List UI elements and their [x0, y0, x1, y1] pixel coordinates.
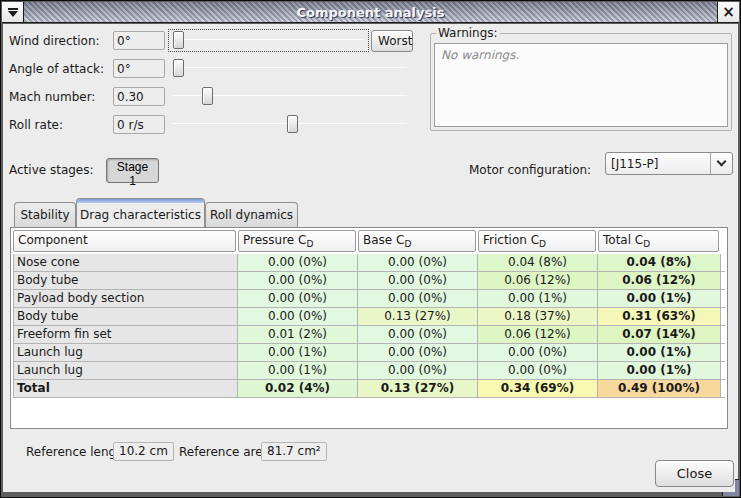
- window-close-button[interactable]: ×: [717, 2, 739, 22]
- component-cell: Payload body section: [13, 290, 238, 307]
- chevron-down-icon: [717, 157, 727, 167]
- value-cell: 0.00 (0%): [358, 362, 478, 379]
- titlebar[interactable]: Component analysis ×: [2, 2, 739, 23]
- motor-configuration-select[interactable]: [J115-P]: [605, 152, 733, 175]
- column-header-base-cd[interactable]: Base CD: [358, 230, 476, 252]
- column-header-component[interactable]: Component: [13, 230, 236, 252]
- component-cell: Body tube: [13, 272, 238, 289]
- value-cell: 0.00 (0%): [238, 272, 358, 289]
- tab-stability[interactable]: Stability: [14, 202, 76, 227]
- angle-of-attack-field[interactable]: [113, 59, 165, 78]
- warnings-title: Warnings:: [436, 26, 500, 40]
- value-cell: 0.01 (2%): [238, 326, 358, 343]
- column-header-pressure-cd[interactable]: Pressure CD: [238, 230, 356, 252]
- close-icon: ×: [722, 5, 735, 20]
- angle-of-attack-label: Angle of attack:: [9, 59, 104, 79]
- value-cell: 0.07 (14%): [598, 326, 721, 343]
- stage-toggle-button[interactable]: Stage 1: [106, 158, 159, 183]
- value-cell: 0.00 (0%): [478, 344, 598, 361]
- table-row[interactable]: Payload body section0.00 (0%)0.00 (0%)0.…: [13, 290, 725, 308]
- value-cell: 0.00 (1%): [238, 344, 358, 361]
- wind-direction-field[interactable]: [113, 31, 165, 50]
- warnings-message: No warnings.: [441, 48, 519, 62]
- value-cell: 0.49 (100%): [598, 380, 721, 397]
- table-row[interactable]: Freeform fin set0.01 (2%)0.00 (0%)0.06 (…: [13, 326, 725, 344]
- table-row[interactable]: Total0.02 (4%)0.13 (27%)0.34 (69%)0.49 (…: [13, 380, 725, 398]
- table-row[interactable]: Body tube0.00 (0%)0.13 (27%)0.18 (37%)0.…: [13, 308, 725, 326]
- reference-area-label: Reference area:: [179, 442, 274, 462]
- component-cell: Body tube: [13, 308, 238, 325]
- drag-table-body: Nose cone0.00 (0%)0.00 (0%)0.04 (8%)0.04…: [13, 254, 725, 398]
- column-header-friction-cd[interactable]: Friction CD: [478, 230, 596, 252]
- close-button[interactable]: Close: [655, 460, 734, 487]
- mach-number-field[interactable]: [113, 87, 165, 106]
- value-cell: 0.13 (27%): [358, 380, 478, 397]
- value-cell: 0.06 (12%): [478, 326, 598, 343]
- header-label: Component: [18, 233, 88, 247]
- table-row[interactable]: Nose cone0.00 (0%)0.00 (0%)0.04 (8%)0.04…: [13, 254, 725, 272]
- component-cell: Launch lug: [13, 362, 238, 379]
- motor-configuration-value: [J115-P]: [606, 157, 710, 171]
- roll-rate-slider[interactable]: [169, 114, 411, 135]
- active-stages-label: Active stages:: [9, 160, 94, 180]
- slider-thumb[interactable]: [287, 115, 298, 133]
- window-menu-button[interactable]: [2, 2, 24, 22]
- value-cell: 0.13 (27%): [358, 308, 478, 325]
- value-cell: 0.00 (0%): [358, 254, 478, 271]
- slider-thumb[interactable]: [173, 31, 184, 49]
- roll-rate-field[interactable]: [113, 115, 165, 134]
- header-subscript: D: [306, 239, 313, 249]
- value-cell: 0.00 (0%): [358, 272, 478, 289]
- value-cell: 0.00 (0%): [478, 362, 598, 379]
- table-row[interactable]: Launch lug0.00 (1%)0.00 (0%)0.00 (0%)0.0…: [13, 362, 725, 380]
- component-cell: Total: [13, 380, 238, 397]
- slider-track: [173, 67, 407, 68]
- value-cell: 0.00 (0%): [358, 290, 478, 307]
- reference-area-value: 81.7 cm²: [261, 442, 327, 461]
- window-menu-icon: [8, 8, 18, 17]
- value-cell: 0.06 (12%): [598, 272, 721, 289]
- value-cell: 0.04 (8%): [478, 254, 598, 271]
- dialog-body: Wind direction: Angle of attack: Mach nu…: [3, 24, 738, 492]
- tab-drag-characteristics[interactable]: Drag characteristics: [76, 198, 205, 227]
- tab-roll-dynamics[interactable]: Roll dynamics: [205, 202, 298, 227]
- drag-table-header: Component Pressure CD Base CD Friction C…: [13, 230, 725, 254]
- slider-thumb[interactable]: [202, 87, 213, 105]
- mach-number-slider[interactable]: [169, 86, 411, 107]
- tab-label: Stability: [20, 208, 69, 222]
- value-cell: 0.02 (4%): [238, 380, 358, 397]
- component-cell: Launch lug: [13, 344, 238, 361]
- header-subscript: D: [539, 239, 546, 249]
- column-header-total-cd[interactable]: Total CD: [598, 230, 719, 252]
- tab-label: Roll dynamics: [210, 208, 293, 222]
- component-analysis-dialog: Component analysis × Wind direction: Ang…: [0, 0, 741, 498]
- reference-length-value: 10.2 cm: [113, 442, 174, 461]
- wind-direction-slider[interactable]: [169, 30, 368, 51]
- mach-number-label: Mach number:: [9, 87, 95, 107]
- value-cell: 0.00 (0%): [238, 290, 358, 307]
- value-cell: 0.00 (1%): [478, 290, 598, 307]
- value-cell: 0.00 (0%): [238, 254, 358, 271]
- header-label: Pressure C: [243, 233, 306, 247]
- value-cell: 0.31 (63%): [598, 308, 721, 325]
- value-cell: 0.18 (37%): [478, 308, 598, 325]
- worst-button[interactable]: Worst: [371, 30, 413, 52]
- angle-of-attack-slider[interactable]: [169, 58, 411, 79]
- value-cell: 0.00 (1%): [598, 290, 721, 307]
- table-row[interactable]: Launch lug0.00 (1%)0.00 (0%)0.00 (0%)0.0…: [13, 344, 725, 362]
- value-cell: 0.00 (0%): [358, 344, 478, 361]
- value-cell: 0.34 (69%): [478, 380, 598, 397]
- value-cell: 0.00 (0%): [238, 308, 358, 325]
- component-cell: Freeform fin set: [13, 326, 238, 343]
- slider-thumb[interactable]: [173, 59, 184, 77]
- value-cell: 0.00 (1%): [238, 362, 358, 379]
- warnings-group: Warnings: No warnings.: [430, 26, 732, 131]
- value-cell: 0.00 (0%): [358, 326, 478, 343]
- tab-label: Drag characteristics: [80, 208, 201, 222]
- table-row[interactable]: Body tube0.00 (0%)0.00 (0%)0.06 (12%)0.0…: [13, 272, 725, 290]
- value-cell: 0.00 (1%): [598, 344, 721, 361]
- combo-arrow-area[interactable]: [710, 153, 732, 174]
- resize-grip[interactable]: [735, 479, 739, 496]
- header-label: Friction C: [483, 233, 539, 247]
- drag-table-panel: Component Pressure CD Base CD Friction C…: [10, 227, 728, 429]
